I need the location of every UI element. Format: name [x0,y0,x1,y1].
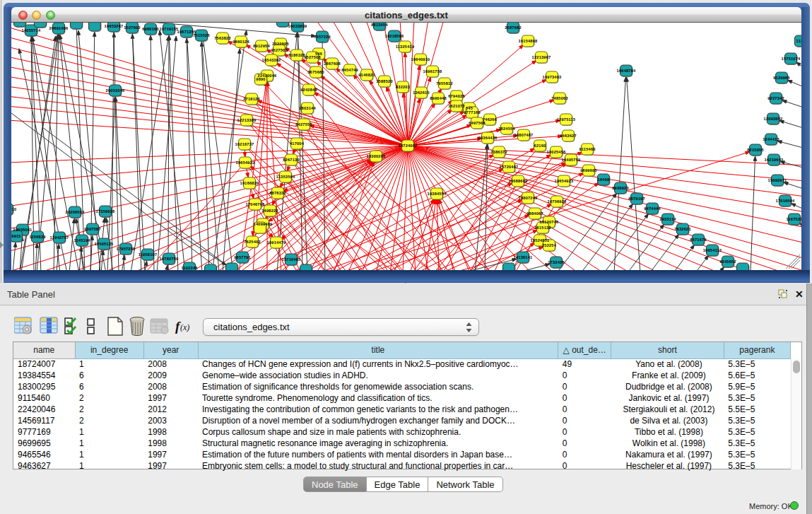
svg-text:18807249: 18807249 [519,196,538,200]
svg-text:252254: 252254 [542,243,557,247]
svg-text:14055714: 14055714 [22,28,42,33]
svg-text:9115460: 9115460 [579,147,595,151]
svg-text:7955812: 7955812 [436,81,453,86]
svg-text:1244413: 1244413 [763,137,779,141]
svg-text:1615132: 1615132 [534,226,551,230]
svg-text:7515526: 7515526 [193,33,210,37]
svg-text:7563822: 7563822 [214,36,231,40]
svg-text:(x): (x) [180,322,189,332]
svg-text:25266910: 25266910 [11,207,16,211]
svg-text:8186328: 8186328 [288,53,305,57]
svg-text:1621072: 1621072 [448,104,465,108]
svg-text:20053346: 20053346 [106,88,125,93]
svg-text:16216737: 16216737 [235,142,254,146]
svg-text:2322605: 2322605 [272,42,289,46]
svg-text:18300295: 18300295 [367,154,386,158]
svg-text:8878332: 8878332 [269,191,286,195]
svg-text:15751074: 15751074 [782,57,801,61]
svg-text:9146821: 9146821 [358,73,375,77]
svg-text:11353594: 11353594 [276,175,295,179]
svg-text:16640910: 16640910 [411,57,430,62]
svg-text:10025458: 10025458 [547,150,566,154]
svg-text:7386372: 7386372 [490,150,507,154]
svg-text:9915: 9915 [11,234,20,238]
svg-text:16033809: 16033809 [288,24,307,28]
svg-text:7632621: 7632621 [674,227,691,231]
svg-text:8471676: 8471676 [690,238,707,242]
svg-text:2867608: 2867608 [324,62,341,66]
svg-text:9397587: 9397587 [84,227,101,231]
svg-text:1192346: 1192346 [181,266,197,270]
svg-text:6879197: 6879197 [628,197,645,201]
svg-text:15692971: 15692971 [768,178,787,182]
svg-text:10719155: 10719155 [160,27,179,31]
svg-text:10807487: 10807487 [514,133,534,137]
svg-text:20691406: 20691406 [49,26,69,30]
svg-text:1362615: 1362615 [413,90,430,95]
svg-text:9527508: 9527508 [304,55,321,59]
svg-text:12942757: 12942757 [50,235,69,240]
svg-text:12093852: 12093852 [764,117,783,121]
svg-text:8912954: 8912954 [253,44,270,48]
svg-text:8267130: 8267130 [283,158,300,162]
svg-text:17046766: 17046766 [246,202,265,206]
svg-text:832203: 832203 [396,85,410,89]
svg-text:9242848: 9242848 [300,88,317,92]
svg-text:9699695: 9699695 [580,168,597,173]
svg-text:19218506: 19218506 [385,34,404,38]
svg-text:19524851: 19524851 [531,238,550,243]
svg-text:16120746: 16120746 [540,220,559,224]
svg-text:746266: 746266 [483,117,497,122]
svg-text:12505135: 12505135 [95,242,114,246]
svg-text:9527503: 9527503 [271,48,288,52]
svg-text:11958107: 11958107 [139,252,158,257]
svg-text:1156829: 1156829 [29,235,45,239]
svg-text:9777169: 9777169 [464,110,481,115]
svg-text:7625402: 7625402 [244,240,261,244]
svg-text:1112: 1112 [796,39,801,43]
svg-text:2803144: 2803144 [299,106,316,110]
svg-text:12213967: 12213967 [532,55,551,59]
svg-text:11325419: 11325419 [396,45,415,49]
svg-text:1733426: 1733426 [548,260,565,264]
svg-text:8454749: 8454749 [341,68,358,72]
svg-text:10654112: 10654112 [703,248,722,252]
svg-text:8427552: 8427552 [295,122,312,127]
svg-text:16154808: 16154808 [519,39,538,43]
svg-text:16648784: 16648784 [617,69,637,73]
svg-text:16409: 16409 [598,177,610,182]
svg-text:20206553: 20206553 [66,210,85,214]
svg-text:2718126: 2718126 [243,97,260,101]
svg-text:20635061: 20635061 [13,228,33,232]
svg-text:3498222: 3498222 [261,209,278,213]
svg-text:9227342: 9227342 [767,96,784,100]
svg-text:17359928: 17359928 [96,209,115,214]
svg-text:14099489: 14099489 [254,222,273,226]
svg-text:16543382: 16543382 [262,58,281,62]
svg-text:16782759: 16782759 [160,257,179,261]
svg-text:16210643: 16210643 [765,158,784,162]
svg-text:10756928: 10756928 [548,199,567,204]
svg-text:12975115: 12975115 [557,117,576,122]
svg-text:20364436: 20364436 [478,136,498,140]
svg-text:417004: 417004 [290,141,305,146]
svg-text:16495759: 16495759 [562,158,581,162]
svg-text:8938923: 8938923 [612,186,629,190]
svg-text:62160: 62160 [534,144,546,148]
svg-text:3675685: 3675685 [307,70,324,74]
svg-text:1167531: 1167531 [786,217,801,221]
svg-text:9884067: 9884067 [526,211,543,216]
svg-text:19166829: 19166829 [240,181,259,185]
svg-text:17016504: 17016504 [776,199,796,203]
svg-text:9657791: 9657791 [234,255,251,259]
svg-text:16914479: 16914479 [267,240,286,245]
svg-text:3824554: 3824554 [498,127,515,131]
svg-text:8990448: 8990448 [430,96,447,100]
svg-text:8813054: 8813054 [371,23,388,27]
svg-text:19384554: 19384554 [428,192,447,196]
svg-text:6794028: 6794028 [448,94,465,98]
svg-text:2087682: 2087682 [505,25,522,30]
svg-text:7357224: 7357224 [314,35,331,39]
svg-text:1145194: 1145194 [73,238,90,243]
svg-text:17957255: 17957255 [117,247,136,251]
